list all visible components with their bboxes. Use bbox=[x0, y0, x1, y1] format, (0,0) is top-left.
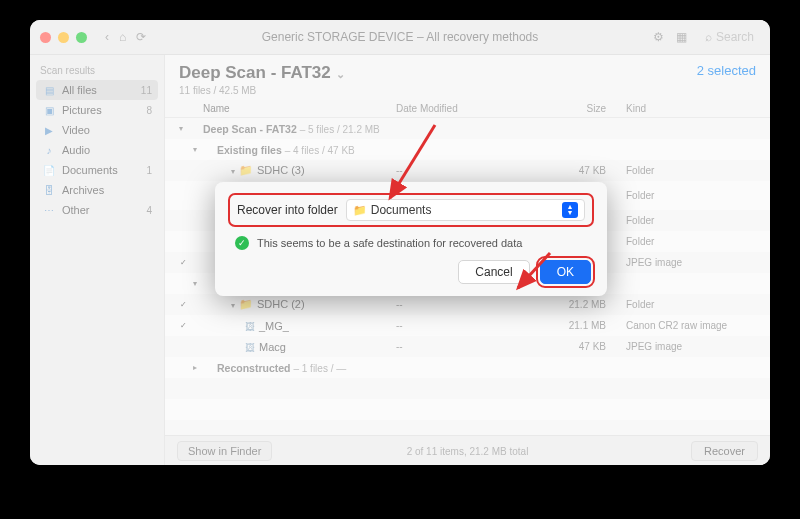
safety-message: ✓ This seems to be a safe destination fo… bbox=[235, 236, 587, 250]
destination-dropdown[interactable]: 📁 Documents ▴▾ bbox=[346, 199, 585, 221]
sidebar-item-audio[interactable]: ♪Audio bbox=[36, 140, 158, 160]
chevron-down-icon[interactable]: ▾ bbox=[179, 124, 187, 133]
page-subtitle: 11 files / 42.5 MB bbox=[179, 85, 345, 96]
show-in-finder-button[interactable]: Show in Finder bbox=[177, 441, 272, 461]
table-row[interactable]: ✓▾📁SDHC (2)--21.2 MBFolder bbox=[165, 294, 770, 315]
ok-button[interactable]: OK bbox=[540, 260, 591, 284]
recover-dialog: Recover into folder 📁 Documents ▴▾ ✓ Thi… bbox=[215, 182, 607, 296]
col-date[interactable]: Date Modified bbox=[396, 103, 526, 114]
sidebar-item-all-files[interactable]: ▤All files11 bbox=[36, 80, 158, 100]
image-file-icon: 🖼 bbox=[245, 321, 255, 332]
column-headers: Name Date Modified Size Kind bbox=[165, 100, 770, 118]
col-name[interactable]: Name bbox=[203, 103, 396, 114]
group-row[interactable]: ▾Existing files – 4 files / 47 KB bbox=[165, 139, 770, 160]
table-row bbox=[165, 420, 770, 435]
checkbox[interactable] bbox=[179, 216, 189, 226]
destination-label: Recover into folder bbox=[237, 203, 338, 217]
titlebar: ‹ ⌂ ⟳ Generic STORAGE DEVICE – All recov… bbox=[30, 20, 770, 55]
sidebar-item-pictures[interactable]: ▣Pictures8 bbox=[36, 100, 158, 120]
chevron-right-icon[interactable]: ▸ bbox=[179, 363, 201, 372]
destination-value: Documents bbox=[371, 203, 432, 217]
recover-button[interactable]: Recover bbox=[691, 441, 758, 461]
sidebar-item-video[interactable]: ▶Video bbox=[36, 120, 158, 140]
sidebar-item-other[interactable]: ⋯Other4 bbox=[36, 200, 158, 220]
group-row[interactable]: ▸Reconstructed – 1 files / — bbox=[165, 357, 770, 378]
check-circle-icon: ✓ bbox=[235, 236, 249, 250]
checkbox[interactable] bbox=[179, 342, 189, 352]
sidebar: Scan results ▤All files11 ▣Pictures8 ▶Vi… bbox=[30, 55, 165, 465]
page-title[interactable]: Deep Scan - FAT32 ⌄ bbox=[179, 63, 345, 83]
image-file-icon: 🖼 bbox=[245, 342, 255, 353]
footer: Show in Finder 2 of 11 items, 21.2 MB to… bbox=[165, 435, 770, 465]
checkbox[interactable] bbox=[179, 166, 189, 176]
stepper-arrows-icon: ▴▾ bbox=[562, 202, 578, 218]
table-row[interactable]: ✓🖼_MG_--21.1 MBCanon CR2 raw image bbox=[165, 315, 770, 336]
folder-icon: 📁 bbox=[353, 204, 367, 217]
table-row bbox=[165, 378, 770, 399]
chevron-down-icon[interactable]: ▾ bbox=[231, 301, 239, 310]
checkbox[interactable]: ✓ bbox=[179, 258, 189, 268]
folder-icon: 📁 bbox=[239, 298, 253, 310]
checkbox[interactable]: ✓ bbox=[179, 300, 189, 310]
checkbox[interactable] bbox=[179, 191, 189, 201]
group-row[interactable]: ▾Deep Scan - FAT32 – 5 files / 21.2 MB bbox=[165, 118, 770, 139]
checkbox[interactable]: ✓ bbox=[179, 321, 189, 331]
cancel-button[interactable]: Cancel bbox=[458, 260, 529, 284]
chevron-down-icon[interactable]: ▾ bbox=[179, 145, 201, 154]
folder-icon: 📁 bbox=[239, 164, 253, 176]
destination-picker-row: Recover into folder 📁 Documents ▴▾ bbox=[231, 196, 591, 224]
selection-count: 2 selected bbox=[697, 63, 756, 78]
chevron-down-icon[interactable]: ▾ bbox=[231, 167, 239, 176]
col-size[interactable]: Size bbox=[526, 103, 606, 114]
window-title: Generic STORAGE DEVICE – All recovery me… bbox=[30, 30, 770, 44]
table-row[interactable]: 🖼Macg--47 KBJPEG image bbox=[165, 336, 770, 357]
table-row[interactable]: ▾📁SDHC (3)--47 KBFolder bbox=[165, 160, 770, 181]
checkbox[interactable] bbox=[179, 237, 189, 247]
chevron-down-icon: ⌄ bbox=[336, 68, 345, 80]
sidebar-item-archives[interactable]: 🗄Archives bbox=[36, 180, 158, 200]
col-kind[interactable]: Kind bbox=[606, 103, 756, 114]
sidebar-item-documents[interactable]: 📄Documents1 bbox=[36, 160, 158, 180]
chevron-down-icon[interactable]: ▾ bbox=[179, 279, 201, 288]
sidebar-header: Scan results bbox=[40, 65, 154, 76]
table-row bbox=[165, 399, 770, 420]
